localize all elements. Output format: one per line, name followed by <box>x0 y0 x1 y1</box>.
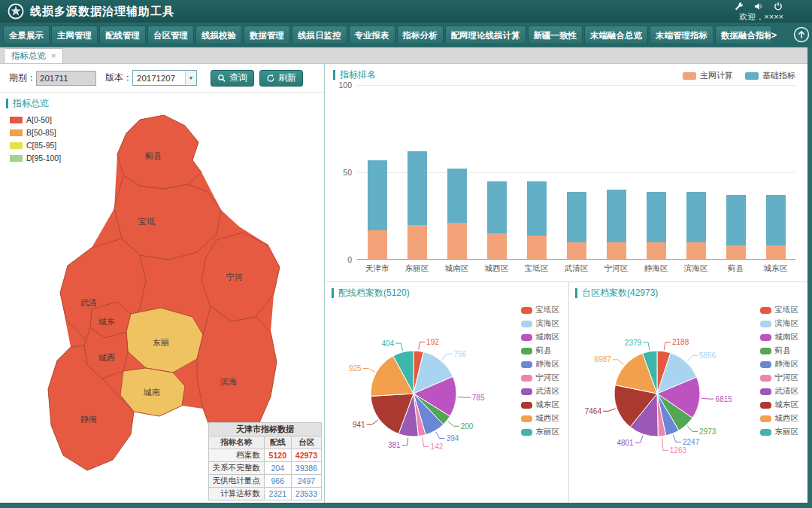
indicator-ranking-panel: 指标排名 主网计算基础指标 天津市东丽区城南区城西区宝坻区武清区宁河区静海区滨海… <box>326 64 807 282</box>
nav-item-1[interactable]: 主网管理 <box>51 26 98 44</box>
bar-segment-9-0[interactable] <box>726 245 746 260</box>
pie-value-label: 192 <box>426 338 439 346</box>
pie-value-label: 4801 <box>617 439 634 447</box>
nav-item-11[interactable]: 末端融合总览 <box>584 26 648 44</box>
pie-legend-item-6[interactable]: 武清区 <box>521 386 560 397</box>
bar-segment-5-1[interactable] <box>567 192 586 242</box>
stats-row: 关系不完整数20439386 <box>208 462 321 475</box>
refresh-button[interactable]: 刷新 <box>259 70 303 87</box>
nav-item-3[interactable]: 台区管理 <box>147 26 194 44</box>
search-button-label: 查询 <box>229 71 247 84</box>
tianjin-stats-table: 天津市指标数据 指标名称配线台区 档案数512042973关系不完整数20439… <box>208 422 322 500</box>
bar-segment-3-1[interactable] <box>487 181 507 234</box>
nav-item-10[interactable]: 新疆一致性 <box>528 26 583 44</box>
bar-chart-legend: 主网计算基础指标 <box>683 70 795 81</box>
nav-item-9[interactable]: 配网理论线损计算 <box>445 26 526 44</box>
bar-x-labels: 天津市东丽区城南区城西区宝坻区武清区宁河区静海区滨海区蓟县城东区 <box>357 263 795 274</box>
pie-value-label: 7464 <box>585 407 602 415</box>
pie-legend-item-8[interactable]: 城西区 <box>760 413 799 424</box>
pie-legend-item-0[interactable]: 宝坻区 <box>760 305 799 315</box>
bar-segment-8-0[interactable] <box>686 242 706 260</box>
nav-item-4[interactable]: 线损校验 <box>195 26 242 44</box>
nav-item-13[interactable]: 数据融合指标 <box>715 26 771 44</box>
pie-legend-item-5[interactable]: 宁河区 <box>760 373 799 383</box>
nav-item-8[interactable]: 指标分析 <box>397 26 444 44</box>
pie-legend-item-2[interactable]: 城南区 <box>521 332 560 342</box>
pie-legend-item-2[interactable]: 城南区 <box>760 332 799 342</box>
bar-segment-5-0[interactable] <box>567 242 586 260</box>
pie-legend-item-6[interactable]: 武清区 <box>760 386 799 397</box>
pie-legend-item-4[interactable]: 静海区 <box>521 359 560 370</box>
x-category-label: 城南区 <box>437 263 477 274</box>
pie-legend-item-5[interactable]: 宁河区 <box>521 373 560 383</box>
pie-legend-item-9[interactable]: 东丽区 <box>521 427 560 437</box>
nav-item-2[interactable]: 配线管理 <box>99 26 146 44</box>
pie-value-label: 2379 <box>625 339 642 347</box>
x-category-label: 城西区 <box>477 263 517 274</box>
pie-legend-item-8[interactable]: 城西区 <box>521 413 560 424</box>
wrench-icon[interactable] <box>734 1 744 11</box>
nav-overflow-arrow-icon[interactable]: > <box>771 29 777 41</box>
search-button[interactable]: 查询 <box>211 70 254 87</box>
pie-legend-item-4[interactable]: 静海区 <box>760 359 799 370</box>
scroll-top-button[interactable] <box>792 26 810 44</box>
bar-segment-6-0[interactable] <box>607 242 626 260</box>
period-input[interactable] <box>36 71 96 86</box>
nav-item-7[interactable]: 专业报表 <box>349 26 395 44</box>
station-archives-pie-legend: 宝坻区滨海区城南区蓟县静海区宁河区武清区城东区城西区东丽区 <box>760 305 799 440</box>
pie-legend-item-7[interactable]: 城东区 <box>521 400 560 410</box>
pie-label-line <box>687 355 698 360</box>
pie-legend-item-3[interactable]: 蓟县 <box>760 345 799 356</box>
bar-segment-4-0[interactable] <box>527 236 547 260</box>
x-category-label: 宝坻区 <box>517 263 556 274</box>
bar-segment-9-1[interactable] <box>726 195 746 245</box>
period-label: 期别： <box>9 71 36 84</box>
nav-item-5[interactable]: 数据管理 <box>244 26 290 44</box>
bar-segment-8-1[interactable] <box>686 192 706 242</box>
bar-segment-10-0[interactable] <box>766 245 786 260</box>
tab-close-icon[interactable]: × <box>51 49 56 63</box>
stats-row: 无供电计量点9662497 <box>208 475 321 488</box>
bar-segment-4-1[interactable] <box>527 181 547 236</box>
nav-item-6[interactable]: 线损日监控 <box>292 26 347 44</box>
bar-segment-0-0[interactable] <box>368 230 387 260</box>
bar-segment-7-1[interactable] <box>647 192 666 242</box>
pie-legend-item-1[interactable]: 滨海区 <box>521 318 560 329</box>
pie-legend-item-1[interactable]: 滨海区 <box>760 318 799 329</box>
x-category-label: 城东区 <box>756 263 795 274</box>
bar-legend-item[interactable]: 主网计算 <box>683 70 733 81</box>
y-tick-label: 0 <box>347 255 352 264</box>
app-header: 线损多源数据治理辅助工具 欢迎，×××× <box>0 0 812 23</box>
pie-legend-item-3[interactable]: 蓟县 <box>521 345 560 356</box>
pie-label-line <box>402 438 408 446</box>
tab-indicator-overview[interactable]: 指标总览 × <box>4 48 63 63</box>
bar-segment-2-1[interactable] <box>447 169 467 223</box>
nav-item-0[interactable]: 全景展示 <box>3 26 50 44</box>
bar-segment-7-0[interactable] <box>647 242 666 260</box>
pie-legend-item-7[interactable]: 城东区 <box>760 400 799 410</box>
pie-value-label: 200 <box>461 422 474 430</box>
bar-segment-3-0[interactable] <box>487 233 507 260</box>
pie-value-label: 381 <box>388 441 401 449</box>
pie-legend-item-9[interactable]: 东丽区 <box>760 427 799 437</box>
nav-item-12[interactable]: 末端管理指标 <box>650 26 714 44</box>
version-select-value: 20171207 <box>137 74 175 83</box>
version-select[interactable]: 20171207 ▼ <box>132 70 197 86</box>
pie-value-label: 941 <box>353 421 365 429</box>
query-toolbar: 期别： 版本： 20171207 ▼ 查询 刷新 <box>0 64 324 93</box>
pie-legend-item-0[interactable]: 宝坻区 <box>521 305 560 315</box>
bar-segment-6-1[interactable] <box>607 190 626 242</box>
bar-segment-0-1[interactable] <box>368 160 387 230</box>
pie-value-label: 925 <box>349 364 362 373</box>
pie-value-label: 404 <box>381 339 394 348</box>
bar-segment-10-1[interactable] <box>766 195 786 245</box>
bar-legend-item[interactable]: 基础指标 <box>745 70 795 81</box>
bar-segment-1-0[interactable] <box>408 225 427 260</box>
bar-segment-1-1[interactable] <box>408 151 427 224</box>
map-label-chengxi: 城西 <box>98 353 115 362</box>
stats-col-header: 指标名称 <box>208 437 264 449</box>
speaker-icon[interactable] <box>753 1 764 11</box>
bar-segment-2-0[interactable] <box>447 223 467 260</box>
power-icon[interactable] <box>773 1 783 11</box>
pie-value-label: 142 <box>431 443 444 451</box>
